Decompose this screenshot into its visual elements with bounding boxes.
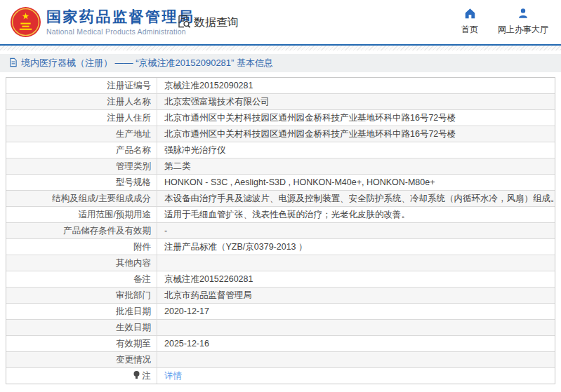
table-row-structure-composition: 结构及组成/主要组成成分 本设备由治疗手具及滤波片、电源及控制装置、安全防护系统… [6, 191, 555, 207]
nav-service-hall-label: 网上办事大厅 [498, 24, 548, 36]
table-row-management-category: 管理类别 第二类 [6, 158, 555, 175]
row-label: 管理类别 [6, 158, 157, 174]
row-label: 注册人名称 [6, 94, 157, 109]
row-label: 型号规格 [6, 175, 157, 190]
row-value: 北京市通州区中关村科技园区通州园金桥科技产业基地环科中路16号72号楼 [157, 110, 555, 126]
row-label: 注 [6, 368, 157, 384]
table-row-product-name: 产品名称 强脉冲光治疗仪 [6, 142, 555, 158]
table-row-model-spec: 型号规格 HONKON - S3C , Aeslight-S3D , HONKO… [6, 175, 555, 191]
data-query-label: 数据查询 [194, 15, 239, 30]
note-label: 注 [143, 370, 152, 382]
table-row-effective-date: 生效日期 [6, 320, 555, 336]
national-emblem-logo [10, 6, 41, 38]
table-row-approval-date: 批准日期 2020-12-17 [6, 304, 555, 320]
site-title: 国家药品监督管理局 [46, 8, 195, 25]
row-value: 北京市药品监督管理局 [157, 288, 555, 303]
table-row-approval-department: 审批部门 北京市药品监督管理局 [6, 288, 555, 304]
breadcrumb: 境内医疗器械（注册） —— “京械注准20152090281” 基本信息 [0, 54, 561, 72]
row-label: 结构及组成/主要组成成分 [6, 191, 157, 206]
bulb-icon [133, 370, 140, 381]
nav-home-label: 首页 [461, 24, 478, 36]
row-label: 变更情况 [6, 352, 157, 367]
table-row-registrant-address: 注册人住所 北京市通州区中关村科技园区通州园金桥科技产业基地环科中路16号72号… [6, 110, 555, 126]
row-label: 生效日期 [6, 320, 157, 335]
row-value [157, 320, 555, 335]
row-value: 京械注准20152260281 [157, 271, 555, 287]
table-row-intended-use: 适用范围/预期用途 适用于毛细血管扩张、浅表性色斑的治疗；光老化皮肤的改善。 [6, 207, 555, 223]
table-row-note: 注 详情 [6, 368, 555, 384]
brand-block: 国家药品监督管理局 National Medical Products Admi… [46, 8, 195, 36]
row-value: 注册产品标准（YZB/京0379-2013 ） [157, 239, 555, 255]
page-header: 国家药品监督管理局 National Medical Products Admi… [0, 0, 561, 44]
table-row-registrant-name: 注册人名称 北京宏强富瑞技术有限公司 [6, 94, 555, 110]
row-value: HONKON - S3C , Aeslight-S3D , HONKON-M40… [157, 175, 555, 190]
table-row-attachment: 附件 注册产品标准（YZB/京0379-2013 ） [6, 239, 555, 255]
nav-service-hall[interactable]: 网上办事大厅 [498, 8, 548, 36]
row-value: 第二类 [157, 158, 555, 174]
row-value: 2020-12-17 [157, 304, 555, 319]
row-label: 备注 [6, 271, 157, 287]
row-label: 注册证编号 [6, 78, 157, 93]
data-query-section[interactable]: 数据查询 [177, 14, 239, 32]
row-value: 京械注准20152090281 [157, 78, 555, 93]
top-nav: 首页 网上办事大厅 [461, 8, 548, 36]
row-value: 2025-12-16 [157, 336, 555, 351]
row-label: 审批部门 [6, 288, 157, 303]
row-value: 北京市通州区中关村科技园区通州园金桥科技产业基地环科中路16号72号楼 [157, 126, 555, 142]
row-label: 适用范围/预期用途 [6, 207, 157, 222]
document-search-icon [177, 14, 192, 32]
table-row-remarks: 备注 京械注准20152260281 [6, 271, 555, 288]
row-label: 附件 [6, 239, 157, 255]
row-value: - [157, 223, 555, 238]
table-row-storage-validity: 产品储存条件及有效期 - [6, 223, 555, 239]
row-label: 其他内容 [6, 255, 157, 271]
row-label: 生产地址 [6, 126, 157, 142]
registration-info-table: 注册证编号 京械注准20152090281 注册人名称 北京宏强富瑞技术有限公司… [6, 77, 555, 384]
details-link[interactable]: 详情 [164, 370, 182, 382]
table-row-production-address: 生产地址 北京市通州区中关村科技园区通州园金桥科技产业基地环科中路16号72号楼 [6, 126, 555, 142]
user-icon [517, 8, 529, 21]
row-label: 批准日期 [6, 304, 157, 319]
table-row-expiry-date: 有效期至 2025-12-16 [6, 336, 555, 352]
row-value: 强脉冲光治疗仪 [157, 142, 555, 158]
document-icon [8, 58, 18, 69]
row-label: 注册人住所 [6, 110, 157, 126]
table-row-reg-number: 注册证编号 京械注准20152090281 [6, 78, 555, 94]
row-value: 详情 [157, 368, 555, 384]
home-icon [464, 8, 476, 21]
row-label: 有效期至 [6, 336, 157, 351]
table-row-other-content: 其他内容 [6, 255, 555, 271]
row-value [157, 352, 555, 367]
row-value: 本设备由治疗手具及滤波片、电源及控制装置、安全防护系统、冷却系统（内循环水冷，风… [157, 191, 555, 206]
row-value: 北京宏强富瑞技术有限公司 [157, 94, 555, 109]
row-value [157, 255, 555, 271]
hatch-texture-band [0, 46, 561, 50]
nav-home[interactable]: 首页 [461, 8, 478, 36]
table-row-change-status: 变更情况 [6, 352, 555, 368]
row-value: 适用于毛细血管扩张、浅表性色斑的治疗；光老化皮肤的改善。 [157, 207, 555, 222]
breadcrumb-text: 境内医疗器械（注册） —— “京械注准20152090281” 基本信息 [21, 57, 273, 69]
row-label: 产品名称 [6, 142, 157, 158]
site-subtitle: National Medical Products Administration [46, 27, 195, 36]
row-label: 产品储存条件及有效期 [6, 223, 157, 238]
